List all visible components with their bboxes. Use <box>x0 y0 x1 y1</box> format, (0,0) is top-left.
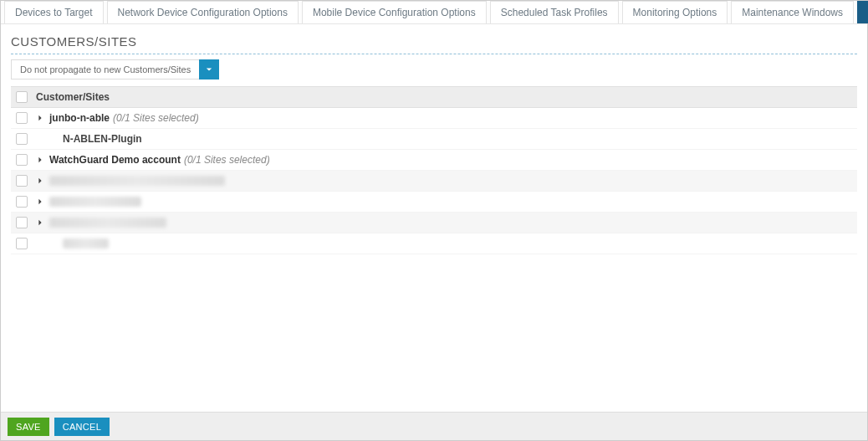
footer-bar: SAVE CANCEL <box>1 412 867 440</box>
expand-caret-icon[interactable] <box>36 177 44 184</box>
row-checkbox[interactable] <box>16 133 28 145</box>
tab-devices-to-target[interactable]: Devices to Target <box>4 1 104 23</box>
row-checkbox[interactable] <box>16 112 28 124</box>
tab-maintenance-windows[interactable]: Maintenance Windows <box>731 1 854 23</box>
tab-scheduled-task-profiles[interactable]: Scheduled Task Profiles <box>490 1 619 23</box>
expand-caret-icon[interactable] <box>36 156 44 163</box>
save-button[interactable]: SAVE <box>8 418 49 436</box>
customer-row <box>11 192 857 213</box>
tab-grant-customers-sites-access[interactable]: Grant Customers & Sites Access <box>857 1 868 23</box>
row-label: WatchGuard Demo account <box>49 154 181 166</box>
redacted-label <box>63 238 109 249</box>
row-checkbox[interactable] <box>16 196 28 208</box>
row-checkbox[interactable] <box>16 238 28 249</box>
propagate-toggle-button[interactable] <box>199 59 219 79</box>
redacted-label <box>49 197 141 207</box>
expand-caret-icon[interactable] <box>36 198 44 205</box>
customer-row: N-ABLEN-Plugin <box>11 129 857 150</box>
customer-row <box>11 213 857 233</box>
row-checkbox[interactable] <box>16 154 28 166</box>
tab-mobile-device-configuration-options[interactable]: Mobile Device Configuration Options <box>302 1 487 23</box>
row-label: junbo-n-able <box>49 112 110 124</box>
tab-network-device-configuration-options[interactable]: Network Device Configuration Options <box>107 1 299 23</box>
redacted-label <box>49 218 166 228</box>
content-area: CUSTOMERS/SITES Do not propagate to new … <box>1 24 867 412</box>
list-header-label: Customer/Sites <box>36 91 110 103</box>
tab-bar: Devices to TargetNetwork Device Configur… <box>1 1 867 24</box>
tab-monitoring-options[interactable]: Monitoring Options <box>622 1 728 23</box>
customer-row <box>11 233 857 254</box>
customer-row <box>11 171 857 192</box>
row-checkbox[interactable] <box>16 175 28 187</box>
row-sites-selected: (0/1 Sites selected) <box>184 154 270 166</box>
customer-rows: junbo-n-able(0/1 Sites selected)N-ABLEN-… <box>11 108 857 254</box>
caret-down-icon <box>206 64 212 75</box>
select-all-checkbox[interactable] <box>16 91 28 103</box>
customer-row: WatchGuard Demo account(0/1 Sites select… <box>11 150 857 171</box>
customer-row: junbo-n-able(0/1 Sites selected) <box>11 108 857 129</box>
list-header: Customer/Sites <box>11 86 857 108</box>
expand-caret-icon[interactable] <box>36 219 44 226</box>
section-title: CUSTOMERS/SITES <box>11 34 857 49</box>
page-root: Devices to TargetNetwork Device Configur… <box>0 0 868 441</box>
divider <box>11 54 857 54</box>
redacted-label <box>49 176 225 186</box>
row-sites-selected: (0/1 Sites selected) <box>113 112 199 124</box>
propagate-dropdown[interactable]: Do not propagate to new Customers/Sites <box>11 59 857 79</box>
row-label: N-ABLEN-Plugin <box>63 133 142 145</box>
row-checkbox[interactable] <box>16 217 28 228</box>
propagate-selected-value[interactable]: Do not propagate to new Customers/Sites <box>11 59 199 79</box>
cancel-button[interactable]: CANCEL <box>54 418 110 436</box>
expand-caret-icon[interactable] <box>36 115 44 121</box>
